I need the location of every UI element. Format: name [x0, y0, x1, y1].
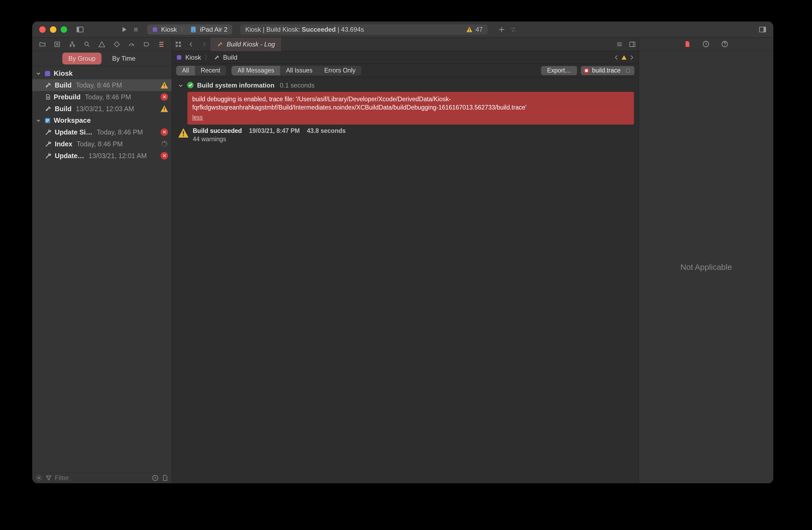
report-list-icon [158, 41, 165, 48]
stop-button[interactable] [130, 24, 142, 35]
crumb-project: Kiosk [185, 54, 201, 61]
log-message-box[interactable]: build debugging is enabled, trace file: … [187, 92, 634, 124]
report-grouping-segment: By Group By Time [32, 51, 172, 66]
wrench-icon [45, 128, 52, 136]
warning-triangle-icon [178, 127, 189, 138]
log-header-time: 0.1 seconds [280, 82, 315, 89]
report-item-label: Index [55, 140, 72, 148]
report-item-time: 13/03/21, 12:01 AM [89, 152, 147, 160]
back-button[interactable] [185, 38, 198, 51]
zoom-window-button[interactable] [61, 26, 67, 33]
breakpoint-navigator-tab[interactable] [143, 40, 151, 48]
trace-file-pill[interactable]: build.trace [581, 66, 635, 75]
debug-navigator-tab[interactable] [128, 40, 135, 48]
export-button[interactable]: Export… [541, 66, 577, 75]
filter-funnel-icon[interactable] [45, 474, 52, 482]
lines-icon [616, 41, 623, 48]
checkmark-circle-icon [187, 82, 194, 89]
report-item[interactable]: Index Today, 8:46 PM [32, 138, 172, 150]
app-target-icon [152, 27, 158, 32]
stop-icon [132, 26, 140, 33]
report-item[interactable]: Prebuild Today, 8:46 PM ✕ [32, 91, 172, 103]
report-item-time: Today, 8:46 PM [76, 140, 123, 148]
forward-button[interactable] [198, 38, 211, 51]
svg-rect-23 [46, 121, 48, 122]
crumb-right-controls [613, 55, 635, 60]
tree-group-kiosk[interactable]: Kiosk [32, 68, 172, 79]
report-tree: Kiosk Build Today, 8:46 PM Prebuild Toda… [32, 66, 172, 472]
scheme-device-label: iPad Air 2 [200, 26, 228, 33]
navigator-filter-bar [32, 472, 172, 483]
tree-group-workspace[interactable]: Workspace [32, 115, 172, 126]
svg-point-24 [38, 477, 40, 479]
toggle-navigator-button[interactable] [74, 24, 86, 35]
log-section-header[interactable]: Build system information 0.1 seconds [177, 80, 634, 91]
minimize-window-button[interactable] [50, 26, 56, 33]
editor-tab[interactable]: Build Kiosk - Log [211, 38, 282, 51]
status-warning-count[interactable]: 47 [466, 26, 483, 33]
hammer-icon [45, 105, 52, 113]
by-group-button[interactable]: By Group [62, 53, 101, 64]
svg-rect-27 [179, 42, 181, 44]
svg-rect-36 [183, 135, 184, 136]
hierarchy-icon [69, 41, 76, 48]
clear-trace-button[interactable] [625, 68, 631, 74]
inspector-empty: Not Applicable [639, 51, 773, 483]
add-editor-button[interactable] [496, 24, 508, 35]
plus-icon [498, 26, 505, 33]
test-navigator-tab[interactable] [113, 40, 121, 48]
svg-point-11 [71, 42, 73, 43]
svg-point-13 [73, 45, 74, 46]
filter-all[interactable]: All [176, 66, 195, 75]
activity-status-bar[interactable]: Kiosk | Build Kiosk: Succeeded | 43.694s… [240, 25, 487, 35]
ipad-device-icon [190, 26, 197, 33]
filter-all-issues[interactable]: All Issues [280, 66, 318, 75]
editor-layout-button[interactable] [626, 38, 639, 51]
svg-rect-2 [134, 28, 138, 31]
issue-navigator-tab[interactable] [98, 40, 106, 48]
chevron-right-icon[interactable] [628, 55, 635, 60]
report-item-time: Today, 8:46 PM [76, 82, 122, 89]
report-item[interactable]: Update Si… Today, 8:46 PM ✕ [32, 126, 172, 138]
symbol-navigator-tab[interactable] [68, 40, 76, 48]
less-toggle[interactable]: less [192, 113, 203, 121]
scheme-project-label: Kiosk [161, 26, 177, 33]
sidebar-left-icon [76, 26, 84, 33]
toggle-inspector-button[interactable] [757, 24, 768, 35]
related-items-button[interactable] [172, 38, 185, 51]
report-navigator-tab[interactable] [157, 40, 165, 48]
error-badge-icon: ✕ [161, 152, 168, 160]
code-review-button[interactable] [508, 24, 519, 35]
scheme-selector[interactable]: Kiosk 〉 iPad Air 2 [147, 25, 232, 35]
warning-triangle-icon [160, 81, 168, 89]
help-inspector-tab[interactable] [721, 40, 729, 48]
document-icon[interactable] [161, 474, 168, 482]
filter-input[interactable] [55, 474, 149, 482]
warning-triangle-icon[interactable] [621, 55, 627, 60]
filter-all-messages[interactable]: All Messages [231, 66, 280, 75]
report-item[interactable]: Update… 13/03/21, 12:01 AM ✕ [32, 150, 172, 162]
gear-icon[interactable] [35, 474, 42, 482]
by-time-button[interactable]: By Time [106, 53, 142, 64]
report-item-time: Today, 8:46 PM [85, 93, 131, 101]
source-control-navigator-tab[interactable] [53, 40, 61, 48]
close-window-button[interactable] [39, 26, 46, 33]
run-button[interactable] [118, 24, 130, 35]
filter-errors-only[interactable]: Errors Only [318, 66, 361, 75]
clock-icon[interactable] [152, 474, 159, 482]
svg-rect-17 [164, 87, 165, 88]
report-item[interactable]: Build Today, 8:46 PM [32, 79, 172, 91]
svg-rect-19 [164, 111, 165, 111]
editor-breadcrumb[interactable]: Kiosk 〉 Build [172, 51, 639, 64]
svg-rect-9 [764, 27, 766, 32]
report-item[interactable]: Build 13/03/21, 12:03 AM [32, 103, 172, 115]
filter-recent[interactable]: Recent [195, 66, 226, 75]
project-navigator-tab[interactable] [39, 40, 46, 48]
file-inspector-tab[interactable] [683, 40, 692, 48]
chevron-right-icon: 〉 [204, 53, 211, 62]
svg-rect-1 [77, 27, 79, 32]
find-navigator-tab[interactable] [83, 40, 91, 48]
history-inspector-tab[interactable] [702, 40, 710, 48]
chevron-left-icon[interactable] [613, 55, 620, 60]
adjust-editor-button[interactable] [613, 38, 626, 51]
